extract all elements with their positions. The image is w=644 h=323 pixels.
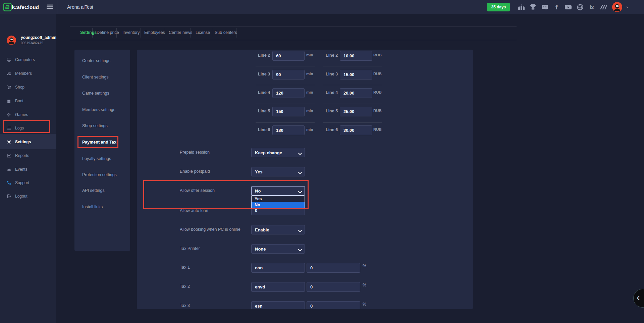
sidebar-item-support[interactable]: Support	[0, 179, 56, 186]
tax2-name-input[interactable]: envd	[251, 282, 305, 292]
line-label: Line 4	[326, 90, 338, 95]
submenu-install-links[interactable]: Install links	[82, 204, 126, 210]
line6-minutes-input[interactable]: 180	[272, 125, 305, 135]
tax1-name-input[interactable]: osn	[251, 263, 305, 273]
submenu-game-settings[interactable]: Game settings	[82, 90, 126, 96]
submenu-loyalty-settings[interactable]: Loyalty settings	[82, 156, 126, 162]
line6-price-input[interactable]: 30.00	[340, 125, 372, 135]
line4-price-input[interactable]: 20.00	[340, 88, 372, 98]
submenu-client-settings[interactable]: Client settings	[82, 74, 126, 80]
trophy-icon[interactable]	[529, 3, 537, 11]
page-title: Arena aiTest	[67, 0, 93, 14]
line2-minutes-input[interactable]: 60	[272, 51, 305, 61]
tab-define-price[interactable]: Define price	[97, 30, 119, 36]
option-yes[interactable]: Yes	[252, 196, 305, 202]
monitor-icon	[7, 57, 11, 62]
sidebar-item-logout[interactable]: Logout	[0, 193, 56, 200]
line5-price-input[interactable]: 25.00	[340, 107, 372, 116]
topbar-divider	[57, 0, 57, 14]
ranking-icon[interactable]	[517, 3, 526, 11]
profile-caret-icon[interactable]: ⌄	[625, 4, 629, 8]
tax1-rate-input[interactable]: 0	[307, 263, 360, 273]
hamburger-menu-icon[interactable]	[47, 4, 53, 11]
currency-unit: RUB	[373, 127, 382, 131]
discord-icon[interactable]	[540, 3, 549, 11]
youtube-icon[interactable]	[564, 3, 573, 11]
tab-employees[interactable]: Employees	[144, 30, 165, 36]
license-days-badge[interactable]: 35 days	[487, 3, 510, 11]
line4-minutes-input[interactable]: 120	[272, 88, 305, 98]
settings-submenu-panel: Center settings Client settings Game set…	[74, 50, 130, 251]
tax2-rate-input[interactable]: 0	[307, 282, 360, 292]
submenu-payment-and-tax[interactable]: Payment and Tax	[82, 139, 126, 145]
option-no[interactable]: No	[252, 202, 305, 208]
tax-printer-label: Tax Printer	[180, 246, 200, 251]
sidebar-item-members[interactable]: Members	[0, 70, 56, 77]
submenu-protection-settings[interactable]: Protection settings	[82, 172, 126, 178]
currency-unit: RUB	[373, 90, 382, 94]
sidebar-item-events[interactable]: Events	[0, 166, 56, 173]
line-label: Line 6	[326, 127, 338, 132]
sidebar-item-boot[interactable]: Boot	[0, 97, 56, 105]
row-separator	[256, 104, 315, 104]
tab-divider	[165, 28, 165, 38]
tax-printer-select[interactable]: None	[251, 244, 305, 254]
facebook-icon[interactable]: f	[552, 3, 561, 11]
minutes-unit: min	[306, 53, 313, 57]
list-icon	[7, 126, 11, 130]
sidebar-user-avatar[interactable]	[7, 36, 16, 45]
sidebar-item-settings[interactable]: Settings	[0, 138, 56, 146]
tab-divider	[212, 28, 212, 38]
tab-sub-centers[interactable]: Sub centers	[215, 30, 237, 36]
line2-price-input[interactable]: 10.00	[340, 51, 372, 61]
prepaid-session-select[interactable]: Keep change	[251, 148, 305, 157]
line-label: Line 2	[258, 53, 270, 58]
allow-offer-session-label: Allow offer session	[180, 188, 215, 193]
percent-unit: %	[363, 264, 366, 268]
percent-unit: %	[363, 302, 366, 307]
sidebar-user-id: 005193482475	[21, 41, 43, 45]
submenu-api-settings[interactable]: API settings	[82, 187, 126, 194]
tab-divider	[116, 28, 117, 38]
line3-price-input[interactable]: 15.00	[340, 70, 372, 79]
layers-icon[interactable]	[599, 3, 608, 11]
chevron-down-icon	[298, 248, 302, 253]
submenu-members-settings[interactable]: Members settings	[82, 107, 126, 113]
brand-logo-icon[interactable]	[3, 3, 12, 13]
sidebar-item-games[interactable]: Games	[0, 111, 56, 118]
globe-icon[interactable]	[576, 3, 584, 11]
tax3-name-input[interactable]: esn	[251, 301, 305, 309]
tab-divider	[191, 28, 191, 38]
sidebar-item-logs[interactable]: Logs	[0, 124, 56, 132]
sidebar-item-reports[interactable]: Reports	[0, 152, 56, 159]
icafe-icon[interactable]: i2	[587, 3, 596, 11]
line-label: Line 4	[258, 90, 270, 95]
line-label: Line 5	[258, 109, 270, 113]
tab-license[interactable]: License	[196, 30, 210, 36]
tabs-top-border	[70, 26, 517, 26]
tab-divider	[236, 28, 236, 38]
allow-offer-session-options: Yes No	[251, 196, 305, 208]
enable-postpaid-select[interactable]: Yes	[251, 167, 305, 176]
gear-icon	[7, 140, 11, 144]
tab-settings[interactable]: Settings	[80, 30, 97, 36]
sidebar-item-shop[interactable]: Shop	[0, 84, 56, 91]
line5-minutes-input[interactable]: 150	[272, 107, 305, 116]
sidebar-item-computers[interactable]: Computers	[0, 56, 56, 63]
minutes-unit: min	[306, 72, 313, 76]
user-avatar[interactable]	[612, 2, 622, 12]
allow-booking-select[interactable]: Enable	[251, 225, 305, 234]
payment-tax-form-panel: Line 2 60 min Line 3 90 min Line 4 120 m…	[137, 50, 473, 309]
tax1-label: Tax 1	[180, 265, 190, 270]
allow-offer-session-select[interactable]: No	[251, 186, 305, 196]
line3-minutes-input[interactable]: 90	[272, 70, 305, 79]
panel-collapse-handle[interactable]: ‹	[633, 289, 644, 308]
tab-inventory[interactable]: Inventory	[122, 30, 140, 36]
submenu-center-settings[interactable]: Center settings	[82, 58, 126, 64]
tab-center-news[interactable]: Center news	[169, 30, 192, 36]
submenu-shop-settings[interactable]: Shop settings	[82, 123, 126, 129]
tax3-rate-input[interactable]: 0	[307, 301, 360, 309]
brand-name[interactable]: iCafeCloud	[12, 0, 39, 14]
row-separator	[323, 66, 382, 66]
line-label: Line 3	[326, 72, 338, 76]
